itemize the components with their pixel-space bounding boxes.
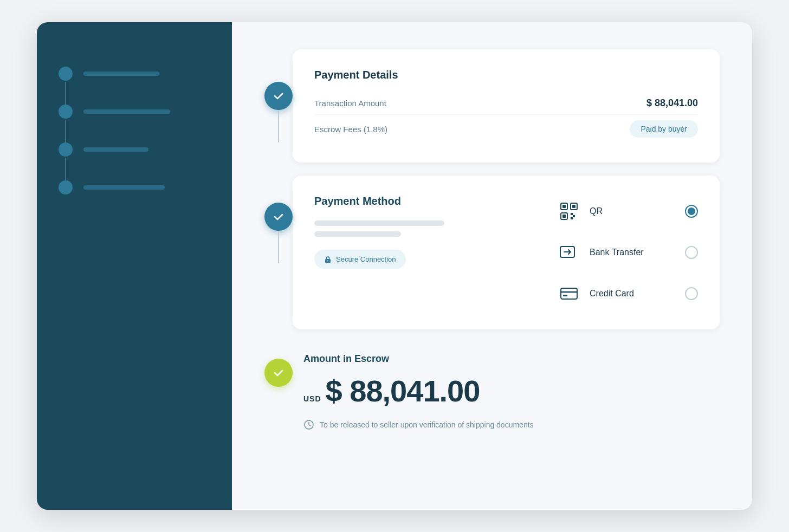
app-container: Payment Details Transaction Amount $ 88,… [37,22,752,510]
payment-method-title: Payment Method [314,195,535,207]
svg-rect-6 [572,205,575,208]
credit-card-icon [557,282,581,306]
svg-point-1 [327,260,328,261]
qr-radio-inner [688,207,695,215]
step-1-indicator [264,49,293,142]
sidebar-item-2 [59,93,210,131]
sidebar-dot-2 [59,105,73,119]
clock-icon [303,419,314,430]
sidebar-line [83,147,148,152]
qr-svg [559,201,579,222]
bank-transfer-icon [557,241,581,264]
step-2-circle [264,203,293,231]
payment-method-inner: Payment Method Secure Connection [314,195,698,310]
escrow-title: Amount in Escrow [303,353,720,365]
sidebar-item-4 [59,168,210,206]
paid-by-buyer-badge: Paid by buyer [630,120,698,138]
sidebar-line [83,72,159,76]
payment-method-section: Payment Method Secure Connection [264,176,720,329]
escrow-fees-label: Escrow Fees (1.8%) [314,125,387,134]
payment-details-card: Payment Details Transaction Amount $ 88,… [293,49,720,163]
step-3-indicator [264,342,293,387]
qr-icon [557,199,581,223]
escrow-section: Amount in Escrow USD $ 88,041.00 To be r… [264,342,720,441]
step-connector-2 [278,231,279,263]
svg-rect-5 [562,205,566,208]
payment-option-qr[interactable]: QR [557,195,698,228]
lock-icon [324,256,332,263]
escrow-content: Amount in Escrow USD $ 88,041.00 To be r… [293,342,720,441]
sidebar-dot-1 [59,67,73,81]
escrow-currency: USD [303,394,321,403]
payment-method-left: Payment Method Secure Connection [314,195,535,269]
credit-card-svg [559,283,579,304]
sidebar-line [83,185,165,190]
step-2-indicator [264,176,293,263]
secure-connection-label: Secure Connection [336,255,396,263]
sidebar-lines-2 [83,109,210,114]
bank-transfer-svg [559,242,579,263]
qr-label: QR [590,206,676,216]
bank-transfer-radio[interactable] [685,246,698,259]
step-3-circle [264,359,293,387]
payment-method-placeholder [314,220,535,237]
qr-radio[interactable] [685,205,698,218]
bank-transfer-label: Bank Transfer [590,248,676,257]
transaction-row: Transaction Amount $ 88,041.00 [314,92,698,114]
sidebar-lines-1 [83,72,210,76]
payment-options: QR [557,195,698,310]
step-1-circle [264,82,293,110]
payment-method-card: Payment Method Secure Connection [293,176,720,329]
escrow-note-text: To be released to seller upon verificati… [320,420,534,429]
escrow-value: $ 88,041.00 [326,373,480,408]
sidebar [37,22,232,510]
svg-rect-7 [562,215,566,218]
check-icon-1 [273,90,284,102]
transaction-label: Transaction Amount [314,99,386,108]
secure-connection-badge: Secure Connection [314,250,406,269]
payment-details-section: Payment Details Transaction Amount $ 88,… [264,49,720,163]
svg-rect-11 [563,295,567,296]
escrow-fees-row: Escrow Fees (1.8%) Paid by buyer [314,114,698,143]
svg-rect-9 [561,288,577,299]
placeholder-line-1 [314,220,444,226]
sidebar-item-3 [59,131,210,168]
main-content: Payment Details Transaction Amount $ 88,… [232,22,752,510]
transaction-value: $ 88,041.00 [646,98,698,109]
sidebar-dot-4 [59,180,73,194]
sidebar-dot-3 [59,142,73,157]
escrow-amount: USD $ 88,041.00 [303,373,720,408]
check-icon-3 [273,367,284,379]
payment-option-credit[interactable]: Credit Card [557,277,698,310]
payment-option-bank[interactable]: Bank Transfer [557,236,698,269]
sidebar-item-1 [59,55,210,93]
sidebar-lines-4 [83,185,210,190]
payment-details-title: Payment Details [314,69,698,81]
credit-card-label: Credit Card [590,289,676,299]
step-connector-1 [278,110,279,142]
credit-card-radio[interactable] [685,287,698,300]
sidebar-line [83,109,170,114]
sidebar-lines-3 [83,147,210,152]
escrow-note: To be released to seller upon verificati… [303,419,720,430]
check-icon-2 [273,211,284,223]
placeholder-line-2 [314,231,401,237]
